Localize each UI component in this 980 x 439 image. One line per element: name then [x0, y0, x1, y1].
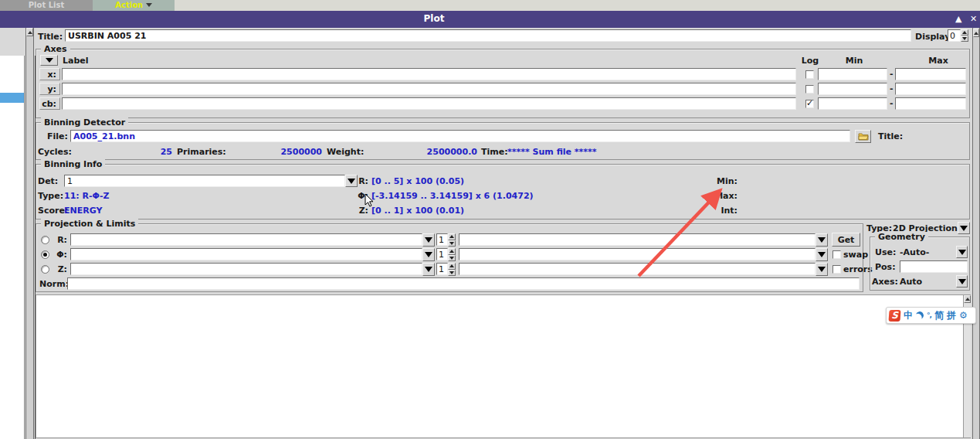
- weight-label: Weight:: [327, 147, 364, 157]
- projection-r-limit-dropdown-button[interactable]: [816, 233, 828, 247]
- projection-z-range-input[interactable]: [70, 263, 422, 275]
- arrow-down-icon: [449, 257, 454, 260]
- left-scrollbar[interactable]: [25, 28, 34, 439]
- swap-checkbox[interactable]: [832, 250, 841, 259]
- dropdown-icon: [818, 237, 826, 243]
- projection-z-spin[interactable]: [448, 263, 456, 276]
- axis-y-title-input[interactable]: [62, 83, 796, 95]
- moon-icon[interactable]: [915, 311, 924, 320]
- geometry-group: Geometry Use: -Auto- Pos: Axes: Auto: [870, 237, 970, 291]
- display-spinner[interactable]: 0: [948, 29, 961, 42]
- spin-down-button[interactable]: [448, 240, 456, 247]
- time-label: Time:: [481, 147, 508, 157]
- axis-x-title-input[interactable]: [62, 68, 796, 80]
- arrow-up-icon: [965, 298, 970, 301]
- time-value: ***** Sum file *****: [507, 147, 597, 157]
- sogou-logo-icon[interactable]: S: [888, 310, 900, 322]
- scroll-up-button[interactable]: [973, 29, 979, 37]
- axis-x-max-input[interactable]: [895, 68, 966, 80]
- type-label: Type:: [38, 191, 63, 201]
- spin-up-button[interactable]: [448, 248, 456, 255]
- projection-r-range-input[interactable]: [70, 233, 422, 246]
- screen: { "tabs": { "plot_list": "Plot List", "a…: [0, 0, 980, 439]
- geometry-use-dropdown-button[interactable]: [956, 246, 968, 258]
- projection-phi-limit-dropdown-button[interactable]: [816, 248, 828, 261]
- plot-title-input[interactable]: [65, 29, 911, 42]
- projection-z-limit-input[interactable]: [459, 263, 816, 275]
- axes-options-button[interactable]: [40, 55, 58, 66]
- simplified-chinese-icon[interactable]: 简: [934, 308, 944, 323]
- axis-y-max-input[interactable]: [895, 83, 966, 95]
- spin-up-button[interactable]: [961, 29, 968, 36]
- tab-plot-list[interactable]: Plot List: [0, 0, 93, 11]
- geometry-axes-dropdown-button[interactable]: [956, 275, 968, 288]
- projection-r-spin[interactable]: [448, 233, 456, 247]
- projection-phi-limit-input[interactable]: [459, 248, 816, 260]
- plot-output-area[interactable]: [36, 294, 971, 438]
- folder-open-icon: [858, 132, 869, 141]
- plot-type-dropdown-button[interactable]: [958, 222, 970, 234]
- display-spin-buttons[interactable]: [961, 29, 968, 42]
- projection-phi-radio[interactable]: [41, 250, 49, 259]
- get-button[interactable]: Get: [832, 233, 860, 247]
- errors-checkbox[interactable]: [832, 265, 841, 274]
- projection-z-limit-dropdown-button[interactable]: [816, 263, 828, 276]
- projection-phi-range-input[interactable]: [70, 248, 422, 260]
- cycles-value: 25: [129, 147, 172, 157]
- scroll-up-button[interactable]: [26, 28, 33, 36]
- spin-up-button[interactable]: [448, 233, 456, 240]
- norm-input[interactable]: [67, 277, 860, 290]
- norm-label: Norm:: [39, 279, 69, 289]
- axis-cb-min-input[interactable]: [818, 97, 887, 110]
- projection-r-label: R:: [53, 235, 67, 245]
- geometry-pos-input[interactable]: [900, 260, 968, 273]
- browse-file-button[interactable]: [855, 130, 871, 143]
- geometry-axes-value[interactable]: Auto: [900, 277, 922, 287]
- det-label: Det:: [38, 176, 58, 186]
- geometry-use-value[interactable]: -Auto-: [900, 247, 929, 257]
- close-icon[interactable]: ✕: [970, 14, 977, 24]
- ime-toolbar[interactable]: S 中 °, 简 拼 ⚙: [886, 307, 976, 324]
- primaries-label: Primaries:: [177, 147, 226, 157]
- projection-r-radio[interactable]: [41, 236, 49, 244]
- projection-r-bins[interactable]: 1: [436, 233, 448, 246]
- arrow-down-icon: [449, 271, 454, 274]
- spin-down-button[interactable]: [448, 255, 456, 262]
- spin-down-button[interactable]: [961, 36, 968, 42]
- plot-list-selected-item[interactable]: [0, 93, 24, 103]
- file-input[interactable]: [70, 130, 850, 142]
- projection-phi-dropdown-button[interactable]: [422, 248, 435, 261]
- collapse-icon[interactable]: ▲: [955, 14, 961, 24]
- plot-list-panel[interactable]: [0, 56, 25, 439]
- det-select-input[interactable]: [64, 175, 345, 187]
- arrow-up-icon: [449, 250, 454, 253]
- punctuation-icon[interactable]: °,: [927, 308, 931, 323]
- axis-y-log-checkbox[interactable]: [805, 85, 814, 94]
- window-scrollbar[interactable]: [972, 28, 980, 439]
- axis-x-log-checkbox[interactable]: [805, 70, 814, 79]
- pinyin-icon[interactable]: 拼: [947, 308, 956, 323]
- scroll-up-button[interactable]: [964, 295, 971, 303]
- projection-phi-spin[interactable]: [448, 248, 456, 261]
- projection-z-radio[interactable]: [41, 265, 49, 274]
- spin-up-button[interactable]: [448, 263, 456, 270]
- dropdown-icon: [958, 279, 966, 284]
- projection-phi-label: Φ:: [53, 250, 67, 260]
- geometry-legend: Geometry: [875, 232, 928, 242]
- projection-z-dropdown-button[interactable]: [422, 263, 435, 276]
- spin-down-button[interactable]: [448, 270, 456, 277]
- tab-action[interactable]: Action: [93, 0, 175, 11]
- projection-phi-bins[interactable]: 1: [436, 248, 448, 260]
- chinese-mode-icon[interactable]: 中: [904, 308, 913, 323]
- projection-r-limit-input[interactable]: [459, 233, 816, 246]
- projection-z-bins[interactable]: 1: [436, 263, 448, 275]
- axis-cb-log-checkbox[interactable]: [805, 100, 814, 108]
- axis-y-min-input[interactable]: [818, 83, 887, 95]
- projection-r-dropdown-button[interactable]: [422, 233, 435, 247]
- axis-x-min-input[interactable]: [818, 68, 887, 80]
- geometry-axes-label: Axes:: [872, 277, 898, 287]
- geometry-use-label: Use:: [875, 247, 896, 257]
- axis-cb-max-input[interactable]: [895, 97, 966, 110]
- gear-icon[interactable]: ⚙: [959, 308, 968, 323]
- axis-cb-title-input[interactable]: [62, 97, 796, 110]
